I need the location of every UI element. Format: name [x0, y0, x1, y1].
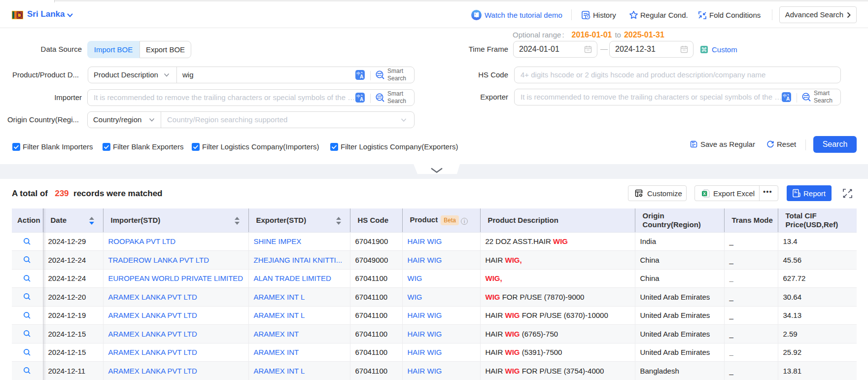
svg-text:A: A — [360, 74, 363, 79]
svg-text:X: X — [703, 191, 706, 196]
svg-text:A: A — [360, 97, 363, 102]
svg-text:A: A — [786, 96, 790, 102]
